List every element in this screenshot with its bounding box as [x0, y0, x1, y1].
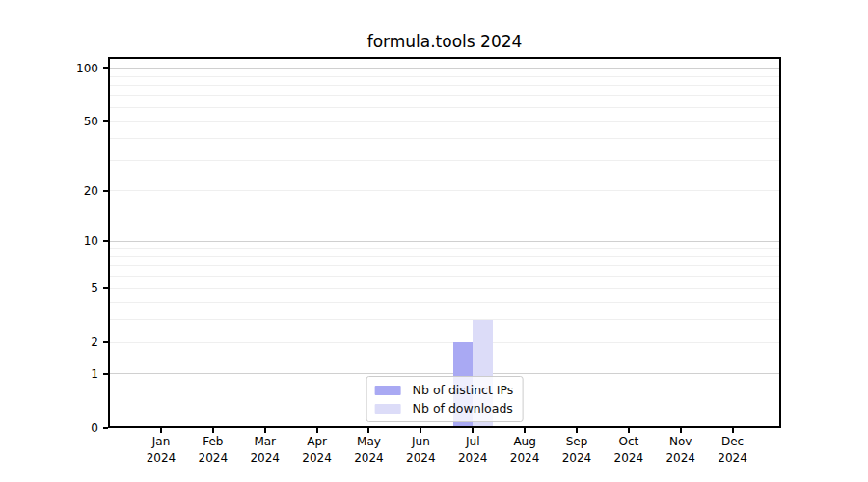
y-tick-mark: [103, 427, 108, 429]
y-tick-label: 100: [0, 61, 98, 76]
major-gridline: [108, 241, 781, 242]
minor-gridline: [108, 107, 781, 108]
chart-title: formula.tools 2024: [108, 32, 781, 51]
minor-gridline: [108, 138, 781, 139]
minor-gridline: [108, 190, 781, 191]
minor-gridline: [108, 265, 781, 266]
plot-area: Nb of distinct IPs Nb of downloads: [108, 57, 781, 428]
x-tick-mark: [212, 428, 214, 433]
x-tick-mark: [367, 428, 369, 433]
legend-item-distinct-ips: Nb of distinct IPs: [375, 383, 514, 397]
legend-label-downloads: Nb of downloads: [413, 401, 513, 415]
y-tick-label: 10: [0, 233, 98, 249]
x-tick-mark: [680, 428, 682, 433]
x-tick-mark: [472, 428, 474, 433]
figure: formula.tools 2024 Nb of distinct IPs Nb…: [0, 0, 868, 482]
major-gridline: [108, 373, 781, 374]
x-tick-mark: [160, 428, 162, 433]
minor-gridline: [108, 342, 781, 343]
legend-label-distinct-ips: Nb of distinct IPs: [413, 383, 514, 397]
minor-gridline: [108, 248, 781, 249]
minor-gridline: [108, 302, 781, 303]
minor-gridline: [108, 288, 781, 289]
legend: Nb of distinct IPs Nb of downloads: [366, 376, 524, 422]
minor-gridline: [108, 85, 781, 86]
x-tick-mark: [264, 428, 266, 433]
x-tick-label: Dec 2024: [694, 434, 772, 467]
minor-gridline: [108, 121, 781, 122]
legend-swatch-distinct-ips-icon: [375, 386, 401, 395]
minor-gridline: [108, 95, 781, 96]
x-tick-mark: [524, 428, 526, 433]
axes-spines: [108, 57, 781, 428]
x-tick-mark: [628, 428, 630, 433]
minor-gridline: [108, 76, 781, 77]
x-tick-mark: [732, 428, 734, 433]
legend-item-downloads: Nb of downloads: [375, 401, 514, 415]
y-tick-label: 50: [0, 114, 98, 129]
minor-gridline: [108, 256, 781, 257]
major-gridline: [108, 68, 781, 69]
minor-gridline: [108, 276, 781, 277]
minor-gridline: [108, 319, 781, 320]
y-tick-label: 20: [0, 183, 98, 199]
minor-gridline: [108, 160, 781, 161]
y-tick-label: 1: [0, 366, 98, 382]
legend-swatch-downloads-icon: [375, 404, 401, 414]
x-tick-mark: [420, 428, 421, 433]
y-tick-label: 0: [0, 420, 98, 436]
y-tick-label: 2: [0, 335, 98, 350]
y-tick-label: 5: [0, 281, 98, 296]
x-tick-mark: [576, 428, 578, 433]
x-tick-mark: [316, 428, 318, 433]
